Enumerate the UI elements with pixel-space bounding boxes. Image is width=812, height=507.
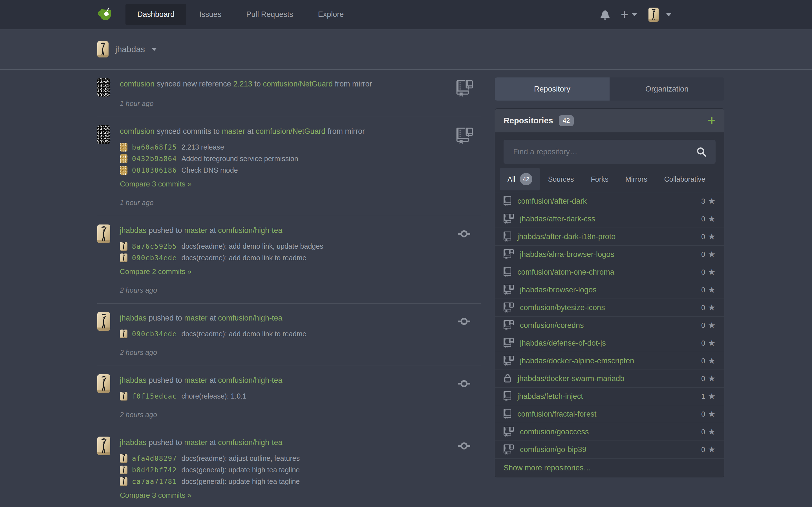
commit-hash-link[interactable]: 0432b9a864 <box>132 155 177 163</box>
repo-name-link[interactable]: comfusion/after-dark <box>517 197 587 206</box>
actor-avatar[interactable] <box>97 224 110 243</box>
feed-link[interactable]: master <box>184 226 207 235</box>
actor-link[interactable]: jhabdas <box>120 226 147 235</box>
actor-avatar[interactable] <box>97 312 110 331</box>
commit-hash-link[interactable]: ca7aa71781 <box>132 478 177 486</box>
nav-item-explore[interactable]: Explore <box>306 4 356 25</box>
feed-link[interactable]: comfusion/high-tea <box>218 376 282 385</box>
repo-row[interactable]: comfusion/atom-one-chroma0★ <box>495 263 724 281</box>
feed-link[interactable]: master <box>184 376 207 385</box>
feed-link[interactable]: comfusion/high-tea <box>218 438 282 447</box>
repo-name-link[interactable]: comfusion/atom-one-chroma <box>517 268 614 277</box>
repo-name-link[interactable]: jhabdas/browser-logos <box>520 286 597 294</box>
commit-hash-link[interactable]: 8a76c592b5 <box>132 242 177 250</box>
feed-link[interactable]: 2.213 <box>233 80 252 88</box>
context-selector[interactable]: jhabdas <box>0 29 812 69</box>
feed-link[interactable]: comfusion/high-tea <box>218 314 282 322</box>
repo-name-link[interactable]: jhabdas/defense-of-dot-js <box>520 339 606 348</box>
commit-hash-link[interactable]: f0f15edcac <box>132 392 177 400</box>
show-more-repositories-link[interactable]: Show more repositories… <box>495 459 724 477</box>
tab-organization[interactable]: Organization <box>610 77 724 101</box>
commit-avatar <box>120 253 128 262</box>
repo-name-link[interactable]: jhabdas/after-dark-i18n-proto <box>517 232 615 241</box>
user-menu-button[interactable] <box>649 8 672 22</box>
repo-name-link[interactable]: comfusion/fractal-forest <box>517 410 597 418</box>
repo-row[interactable]: comfusion/coredns0★ <box>495 317 724 334</box>
commit-message: docs(readme): add demo link to readme <box>182 254 306 262</box>
commit-hash-link[interactable]: b8d42bf742 <box>132 466 177 474</box>
repo-row[interactable]: jhabdas/fetch-inject1★ <box>495 388 724 405</box>
repo-row[interactable]: jhabdas/after-dark-i18n-proto0★ <box>495 228 724 245</box>
repo-row[interactable]: jhabdas/after-dark-css0★ <box>495 210 724 228</box>
actor-link[interactable]: comfusion <box>120 80 154 88</box>
star-icon: ★ <box>708 268 716 276</box>
repo-row[interactable]: comfusion/fractal-forest0★ <box>495 405 724 423</box>
gitea-logo[interactable] <box>97 6 114 23</box>
commit-hash-link[interactable]: 0810386186 <box>132 166 177 174</box>
repo-name-link[interactable]: comfusion/bytesize-icons <box>520 303 605 312</box>
repo-row[interactable]: jhabdas/docker-alpine-emscripten0★ <box>495 352 724 370</box>
feed-link[interactable]: master <box>184 438 207 447</box>
filter-collaborative[interactable]: Collaborative <box>656 169 714 189</box>
repo-name-link[interactable]: jhabdas/alrra-browser-logos <box>520 250 614 259</box>
feed-link[interactable]: comfusion/NetGuard <box>256 127 326 135</box>
repo-name-link[interactable]: comfusion/goaccess <box>520 428 589 436</box>
actor-link[interactable]: jhabdas <box>120 376 147 385</box>
repo-row[interactable]: jhabdas/defense-of-dot-js0★ <box>495 334 724 352</box>
nav-item-pull-requests[interactable]: Pull Requests <box>234 4 305 25</box>
feed-link[interactable]: master <box>184 314 207 322</box>
repo-row[interactable]: comfusion/goaccess0★ <box>495 423 724 441</box>
feed-link[interactable]: comfusion/NetGuard <box>263 80 333 88</box>
repo-row[interactable]: jhabdas/docker-swarm-mariadb0★ <box>495 370 724 388</box>
commit-row: 8a76c592b5docs(readme): add demo link, u… <box>120 242 481 251</box>
feed-text: synced new reference <box>157 80 231 88</box>
compare-commits-link[interactable]: Compare 2 commits » <box>120 267 481 276</box>
feed-link[interactable]: master <box>222 127 245 135</box>
repo-row[interactable]: comfusion/after-dark3★ <box>495 192 724 210</box>
feed-link[interactable]: comfusion/high-tea <box>218 226 282 235</box>
commit-hash-link[interactable]: ba60a68f25 <box>132 144 177 151</box>
actor-link[interactable]: jhabdas <box>120 314 147 322</box>
repo-star-count: 0★ <box>701 374 716 383</box>
star-count: 3 <box>701 197 705 205</box>
compare-commits-link[interactable]: Compare 3 commits » <box>120 491 481 500</box>
actor-link[interactable]: jhabdas <box>120 438 147 447</box>
compare-commits-link[interactable]: Compare 3 commits » <box>120 180 481 188</box>
nav-item-issues[interactable]: Issues <box>188 4 233 25</box>
feed-item: jhabdas pushed to master at comfusion/hi… <box>97 366 481 428</box>
repo-row[interactable]: jhabdas/alrra-browser-logos0★ <box>495 245 724 263</box>
repo-row[interactable]: comfusion/bytesize-icons0★ <box>495 299 724 317</box>
actor-link[interactable]: comfusion <box>120 127 154 135</box>
nav-item-dashboard[interactable]: Dashboard <box>125 4 186 25</box>
filter-forks[interactable]: Forks <box>582 169 617 189</box>
actor-avatar[interactable] <box>97 125 110 144</box>
repo-row[interactable]: jhabdas/browser-logos0★ <box>495 281 724 299</box>
repo-name-link[interactable]: comfusion/coredns <box>520 321 584 330</box>
notifications-button[interactable] <box>601 10 610 20</box>
actor-avatar[interactable] <box>97 78 110 97</box>
feed-text: pushed to <box>149 314 182 322</box>
actor-avatar[interactable] <box>97 374 110 393</box>
commit-hash-link[interactable]: afa4d08297 <box>132 455 177 462</box>
commit-row: ba60a68f252.213 release <box>120 143 481 152</box>
repo-name-link[interactable]: jhabdas/docker-alpine-emscripten <box>520 356 634 365</box>
commit-hash-link[interactable]: 090cb34ede <box>132 330 177 338</box>
commit-row: 0810386186Check DNS mode <box>120 166 481 175</box>
commit-hash-link[interactable]: 090cb34ede <box>132 254 177 262</box>
tab-repository[interactable]: Repository <box>495 77 610 101</box>
star-count: 0 <box>701 250 705 259</box>
create-new-button[interactable]: + <box>621 8 637 21</box>
filter-all[interactable]: All42 <box>500 168 540 190</box>
repo-search-input[interactable] <box>504 140 716 164</box>
filter-sources[interactable]: Sources <box>540 169 582 189</box>
repo-row[interactable]: comfusion/go-bip390★ <box>495 441 724 459</box>
repo-name-link[interactable]: comfusion/go-bip39 <box>520 445 587 454</box>
search-icon <box>696 147 707 157</box>
actor-avatar[interactable] <box>97 437 110 455</box>
commit-row: afa4d08297docs(readme): adjust outline, … <box>120 454 481 463</box>
filter-mirrors[interactable]: Mirrors <box>617 169 656 189</box>
repo-name-link[interactable]: jhabdas/fetch-inject <box>517 392 583 401</box>
add-repository-button[interactable]: + <box>708 115 716 126</box>
repo-name-link[interactable]: jhabdas/after-dark-css <box>520 215 595 223</box>
repo-name-link[interactable]: jhabdas/docker-swarm-mariadb <box>518 374 624 383</box>
